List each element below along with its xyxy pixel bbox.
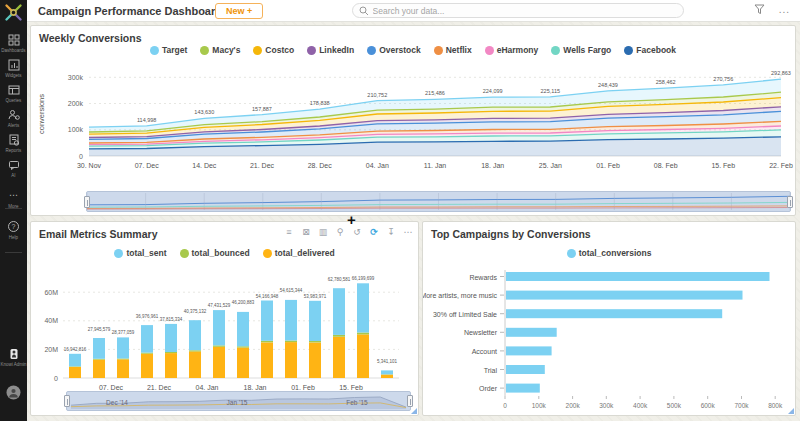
knowi-logo-icon[interactable] [3, 2, 24, 23]
sidebar-item-ai[interactable]: AI [0, 159, 27, 178]
history-icon[interactable]: ↺ [352, 227, 362, 237]
bar-segment[interactable] [309, 341, 321, 343]
navigator-handle-right[interactable] [787, 196, 793, 208]
sidebar-item-knowi-admin[interactable]: Knowi Admin [0, 348, 27, 367]
sidebar-item-alerts[interactable]: Alerts [0, 109, 27, 128]
bar-segment[interactable] [261, 342, 273, 378]
bar-segment[interactable] [333, 288, 345, 335]
legend-item[interactable]: total_delivered [263, 248, 335, 258]
bar-segment[interactable] [357, 283, 369, 332]
svg-text:Rewards: Rewards [469, 274, 497, 281]
bar-segment[interactable] [357, 333, 369, 335]
header-more-icon[interactable]: ... [779, 4, 790, 15]
bar-segment[interactable] [189, 350, 201, 351]
bar-segment[interactable] [165, 324, 177, 352]
bar-segment[interactable] [261, 301, 273, 341]
email-metrics-chart[interactable]: 020M40M60M16,942,81627,945,57928,377,059… [31, 260, 418, 400]
bar-segment[interactable] [237, 348, 249, 378]
user-avatar[interactable] [0, 385, 27, 400]
svg-text:292,863: 292,863 [771, 70, 791, 76]
bar[interactable] [506, 365, 545, 374]
bar-segment[interactable] [141, 353, 153, 354]
bar-segment[interactable] [333, 335, 345, 337]
sidebar-item-more[interactable]: ⋯ More [0, 184, 27, 209]
bar-segment[interactable] [69, 367, 81, 378]
legend-item[interactable]: Overstock [367, 45, 421, 55]
menu-icon[interactable]: ≡ [284, 227, 294, 237]
legend-item[interactable]: Facebook [624, 45, 676, 55]
bar-segment[interactable] [69, 366, 81, 367]
legend-item[interactable]: total_conversions [567, 248, 652, 258]
navigator-handle-left[interactable] [84, 196, 90, 208]
sidebar-item-dashboards[interactable]: Dashboards [0, 34, 27, 53]
refresh-icon[interactable]: ⟳ [369, 227, 379, 237]
bar-segment[interactable] [213, 310, 225, 345]
bar-segment[interactable] [285, 342, 297, 378]
bar-segment[interactable] [165, 352, 177, 353]
bar-segment[interactable] [117, 359, 129, 378]
sidebar-item-help[interactable]: ? Help [0, 215, 27, 240]
resize-handle[interactable] [411, 408, 417, 414]
sidebar-item-widgets[interactable]: Widgets [0, 59, 27, 78]
bar-segment[interactable] [261, 341, 273, 343]
bar-segment[interactable] [213, 345, 225, 346]
insights-icon[interactable]: ⚲ [335, 227, 345, 237]
chart-type-icon[interactable]: ▥ [318, 227, 328, 237]
legend-item[interactable]: Costco [253, 45, 294, 55]
widget-more-icon[interactable]: ⋯ [403, 227, 413, 237]
legend-item[interactable]: Netflix [434, 45, 472, 55]
bar-segment[interactable] [285, 341, 297, 343]
navigator-handle-right[interactable] [407, 395, 413, 407]
bar[interactable] [506, 328, 557, 337]
legend-item[interactable]: Wells Fargo [551, 45, 611, 55]
bar[interactable] [506, 384, 540, 393]
bar-segment[interactable] [69, 354, 81, 367]
dashboard-title-dropdown[interactable]: Campaign Performance Dashboard ⌄ [38, 5, 234, 17]
bar[interactable] [506, 346, 552, 355]
navigator-handle-left[interactable] [64, 395, 70, 407]
legend-item[interactable]: Target [150, 45, 187, 55]
legend-item[interactable]: eHarmony [485, 45, 539, 55]
legend-item[interactable]: total_bounced [180, 248, 250, 258]
weekly-conversions-chart[interactable]: 0100k200k300kconversions114,998143,63015… [31, 58, 795, 180]
search-input[interactable] [373, 6, 677, 16]
legend-item[interactable]: Macy's [200, 45, 240, 55]
email-chart-navigator[interactable]: Dec '14Jan '15Feb '15 [66, 391, 411, 411]
bar-segment[interactable] [117, 337, 129, 358]
new-button[interactable]: New + [215, 3, 263, 19]
bar-segment[interactable] [309, 343, 321, 379]
bar[interactable] [506, 309, 722, 318]
sidebar-item-queries[interactable]: Queries [0, 84, 27, 103]
share-icon[interactable]: ↧ [386, 227, 396, 237]
bar-segment[interactable] [189, 320, 201, 350]
bar-segment[interactable] [141, 354, 153, 378]
export-icon[interactable]: ⊠ [301, 227, 311, 237]
filter-funnel-icon[interactable] [754, 4, 765, 15]
bar-segment[interactable] [285, 300, 297, 341]
svg-text:Order: Order [479, 385, 498, 392]
legend-item[interactable]: LinkedIn [307, 45, 354, 55]
sidebar-item-reports[interactable]: Reports [0, 134, 27, 153]
top-campaigns-chart[interactable]: RewardsMore artists, more music30% off L… [423, 268, 795, 415]
bar-segment[interactable] [237, 312, 249, 346]
bar-segment[interactable] [213, 347, 225, 378]
resize-handle[interactable] [788, 408, 794, 414]
bar-segment[interactable] [381, 370, 393, 374]
bar-segment[interactable] [189, 351, 201, 378]
bar-segment[interactable] [117, 359, 129, 360]
bar-segment[interactable] [93, 359, 105, 360]
bar-segment[interactable] [357, 334, 369, 378]
legend-item[interactable]: total_sent [114, 248, 166, 258]
bar-segment[interactable] [165, 353, 177, 378]
bar[interactable] [506, 272, 770, 281]
bar-segment[interactable] [381, 375, 393, 379]
weekly-chart-navigator[interactable] [86, 191, 791, 212]
bar-segment[interactable] [309, 301, 321, 341]
bar-segment[interactable] [333, 337, 345, 378]
bar-segment[interactable] [237, 346, 249, 347]
bar-segment[interactable] [93, 338, 105, 359]
bar[interactable] [506, 291, 743, 300]
bar-segment[interactable] [141, 325, 153, 353]
search-bar[interactable] [352, 3, 684, 18]
bar-segment[interactable] [93, 360, 105, 378]
